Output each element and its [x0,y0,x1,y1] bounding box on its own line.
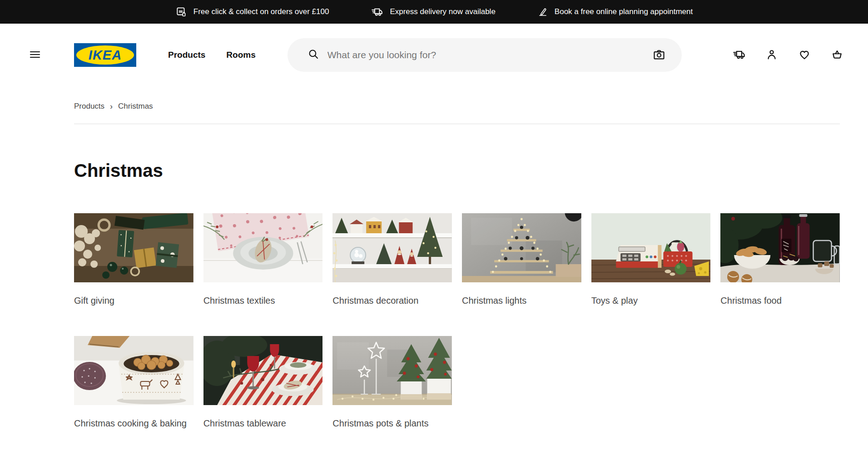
banner-item-label: Express delivery now available [390,7,495,16]
breadcrumb-products[interactable]: Products [74,102,104,111]
chevron-right-icon: › [110,102,113,110]
promo-banner: Free click & collect on orders over £100… [0,0,868,24]
category-tile-gift-giving[interactable]: Gift giving [74,213,193,307]
ikea-logo-registered-mark: ® [129,46,132,51]
tile-image-christmas-food [720,213,840,282]
ikea-logo-ellipse: IKEA ® [76,45,134,65]
tile-label: Christmas cooking & baking [74,417,193,430]
tile-image-christmas-textiles [203,213,323,282]
banner-item-express-delivery[interactable]: Express delivery now available [371,6,495,18]
tile-label: Christmas tableware [203,417,323,430]
basket-button[interactable] [827,45,847,65]
banner-item-planning[interactable]: Book a free online planning appointment [537,6,693,17]
category-grid: Gift giving [74,213,840,430]
ikea-logo-text: IKEA [89,49,122,62]
planning-pen-icon [537,6,548,17]
tile-image-christmas-lights [462,213,581,282]
profile-icon [765,48,778,62]
category-tile-christmas-lights[interactable]: Christmas lights [462,213,581,307]
category-tile-christmas-decoration[interactable]: Christmas decoration [332,213,452,307]
tile-label: Christmas food [720,294,840,307]
banner-item-label: Book a free online planning appointment [555,7,693,16]
tile-image-christmas-tableware [203,336,323,405]
category-tile-cooking-baking[interactable]: Christmas cooking & baking [74,336,193,430]
click-collect-icon [175,6,187,18]
search-input[interactable] [327,50,649,60]
tile-label: Christmas lights [462,294,581,307]
ikea-logo[interactable]: IKEA ® [74,43,136,67]
tile-image-pots-plants [332,336,452,405]
tile-image-toys-play [591,213,711,282]
category-tile-christmas-food[interactable]: Christmas food [720,213,840,307]
tile-image-christmas-decoration [332,213,452,282]
delivery-truck-icon [732,48,746,62]
favourites-button[interactable] [794,45,814,65]
express-delivery-icon [371,6,383,18]
favourites-heart-icon [798,48,811,62]
tile-image-cooking-baking [74,336,193,405]
tile-image-gift-giving [74,213,193,282]
hamburger-icon [29,49,41,62]
header-actions [729,45,847,65]
page-title: Christmas [74,160,868,181]
tile-label: Christmas decoration [332,294,452,307]
breadcrumb-christmas: Christmas [118,102,153,111]
nav-link-products[interactable]: Products [168,50,205,60]
primary-nav: Products Rooms [168,50,256,60]
profile-button[interactable] [762,45,782,65]
menu-button[interactable] [24,44,46,66]
shopping-basket-icon [831,48,843,62]
tile-label: Gift giving [74,294,193,307]
search-bar[interactable] [288,38,682,72]
category-tile-christmas-textiles[interactable]: Christmas textiles [203,213,323,307]
category-tile-toys-play[interactable]: Toys & play [591,213,711,307]
banner-item-label: Free click & collect on orders over £100 [193,7,329,16]
category-tile-pots-plants[interactable]: Christmas pots & plants [332,336,452,430]
search-icon [308,48,319,62]
tile-label: Christmas textiles [203,294,323,307]
site-header: IKEA ® Products Rooms [0,24,868,86]
category-tile-christmas-tableware[interactable]: Christmas tableware [203,336,323,430]
photo-search-button[interactable] [649,45,669,65]
tile-label: Toys & play [591,294,711,307]
delivery-options-button[interactable] [729,45,749,65]
camera-icon [653,48,665,62]
breadcrumb: Products › Christmas [74,102,868,111]
tile-label: Christmas pots & plants [332,417,452,430]
nav-link-rooms[interactable]: Rooms [226,50,255,60]
banner-item-click-collect[interactable]: Free click & collect on orders over £100 [175,6,329,18]
breadcrumb-divider [74,124,840,124]
